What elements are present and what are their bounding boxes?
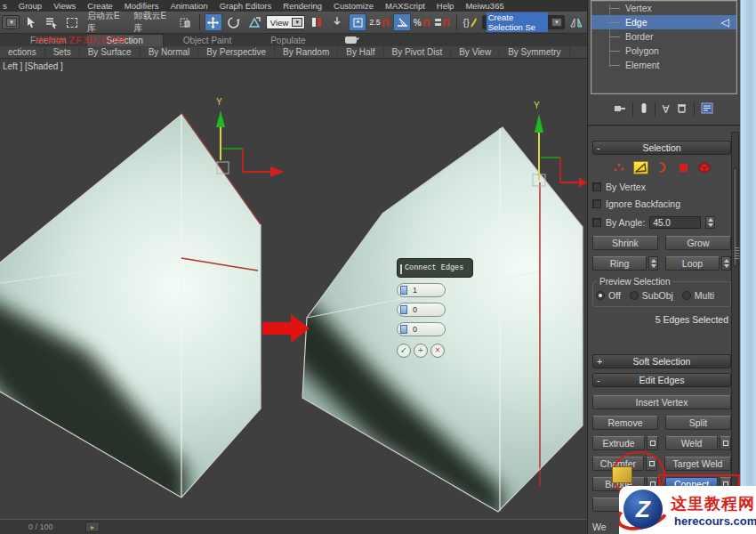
caddy-ok-button[interactable]: ✓ (397, 344, 411, 358)
spinner-snap-icon[interactable] (434, 13, 452, 31)
menu-item-animation[interactable]: Animation (170, 1, 207, 11)
ring-button[interactable]: Ring (592, 256, 647, 271)
cloud-library-unload-button[interactable]: 卸载云E库 (130, 10, 173, 35)
window-crossing-icon[interactable] (177, 13, 195, 31)
menu-item-graph-editors[interactable]: Graph Editors (220, 1, 272, 11)
use-pivot-point-icon[interactable] (308, 13, 326, 31)
select-by-name-icon[interactable] (43, 13, 60, 31)
ribbon-tool-by-perspective[interactable]: By Perspective (198, 47, 275, 57)
element-mode-icon[interactable] (697, 161, 712, 174)
menu-item-customize[interactable]: Customize (334, 1, 374, 11)
ignore-backfacing-checkbox[interactable] (592, 199, 601, 208)
preview-multi-radio[interactable] (682, 291, 691, 300)
ring-spinner[interactable] (648, 256, 658, 271)
stack-item-vertex[interactable]: Vertex (591, 1, 736, 15)
configure-modifier-sets-icon[interactable] (701, 101, 714, 117)
weld-settings-button[interactable] (720, 436, 731, 450)
stack-item-edge[interactable]: Edge ◁ (591, 15, 736, 29)
pinch-value[interactable]: 0 (413, 305, 417, 314)
menu-item-meiwu365[interactable]: Meiwu365 (465, 1, 503, 11)
stack-item-element[interactable]: Element (591, 58, 736, 72)
split-button[interactable]: Split (665, 416, 731, 430)
by-angle-checkbox[interactable] (592, 218, 601, 227)
extrude-settings-button[interactable] (647, 436, 658, 450)
ribbon-tool-by-normal[interactable]: By Normal (141, 47, 199, 57)
transform-gizmo-right[interactable]: Y (533, 101, 587, 188)
select-and-move-icon[interactable] (205, 13, 222, 31)
ribbon-tab-object-paint[interactable]: Object Paint (164, 34, 251, 46)
menu-item-rendering[interactable]: Rendering (283, 1, 322, 11)
caddy-field-segments[interactable]: 1 (397, 283, 446, 297)
menu-item-group[interactable]: Group (19, 1, 42, 11)
left-object[interactable] (0, 114, 261, 519)
caddy-field-pinch[interactable]: 0 (397, 303, 446, 317)
menu-item-views[interactable]: Views (53, 1, 76, 11)
target-weld-button[interactable]: Target Weld (664, 457, 731, 471)
snaps-toggle-icon[interactable] (328, 13, 346, 31)
ribbon-tab-selection[interactable]: Selection (86, 34, 164, 46)
remove-button[interactable]: Remove (592, 416, 658, 430)
border-mode-icon[interactable] (655, 161, 670, 174)
stack-item-border[interactable]: Border (591, 29, 736, 44)
transform-gizmo-left[interactable]: Y (216, 97, 285, 177)
caddy-apply-button[interactable]: + (414, 344, 428, 358)
ribbon-tool-by-random[interactable]: By Random (275, 47, 338, 57)
caddy-field-slide[interactable]: 0 (397, 322, 446, 336)
menu-item-clipped[interactable]: s (3, 1, 7, 11)
snap-25d-icon[interactable]: 2.5 (369, 13, 390, 31)
percent-snap-icon[interactable]: % (414, 13, 431, 31)
vertex-mode-icon[interactable] (612, 161, 627, 174)
stack-item-polygon[interactable]: Polygon (591, 44, 736, 58)
preview-off-radio[interactable] (596, 291, 605, 300)
reference-coordinate-dropdown[interactable]: View ▼ (266, 15, 305, 29)
by-vertex-checkbox[interactable] (592, 182, 601, 191)
ribbon-tool-by-half[interactable]: By Half (338, 47, 383, 57)
loop-button[interactable]: Loop (665, 256, 720, 271)
menu-item-help[interactable]: Help (437, 1, 454, 11)
select-and-scale-icon[interactable] (245, 13, 263, 31)
ribbon-tool-by-pivot-dist[interactable]: By Pivot Dist (384, 47, 452, 57)
cloud-library-launch-button[interactable]: 启动云E库 (84, 10, 127, 35)
extrude-button[interactable]: Extrude (592, 436, 645, 450)
viewport[interactable]: Left ] [Shaded ] (0, 59, 587, 519)
weld-button[interactable]: Weld (665, 436, 718, 450)
rollout-edit-edges[interactable]: - Edit Edges (592, 373, 731, 387)
slide-value[interactable]: 0 (413, 325, 417, 334)
ribbon-tool-by-symmetry[interactable]: By Symmetry (500, 47, 569, 57)
rectangular-selection-region-icon[interactable] (63, 13, 81, 31)
grow-button[interactable]: Grow (665, 236, 731, 250)
menu-item-maxscript[interactable]: MAXScript (385, 1, 425, 11)
select-and-rotate-icon[interactable] (225, 13, 243, 31)
angle-snap-icon[interactable] (393, 13, 411, 31)
ribbon-display-options-icon[interactable] (326, 34, 384, 46)
angle-value-field[interactable]: 45.0 (649, 216, 701, 229)
ribbon-tool-by-view[interactable]: By View (451, 47, 500, 57)
loop-spinner[interactable] (721, 256, 731, 271)
angle-spinner[interactable] (705, 216, 715, 229)
make-unique-icon[interactable]: ∀ (662, 103, 669, 116)
ribbon-tab-freeform[interactable]: Freeform (11, 34, 86, 46)
insert-vertex-button[interactable]: Insert Vertex (592, 395, 731, 409)
viewport-label[interactable]: Left ] [Shaded ] (3, 61, 63, 71)
ribbon-tool-sets[interactable]: Sets (45, 47, 80, 57)
use-selection-center-icon[interactable] (349, 13, 366, 31)
scrollbar-thumb[interactable] (733, 168, 737, 266)
segments-value[interactable]: 1 (413, 286, 417, 295)
edge-mode-icon[interactable] (633, 161, 648, 174)
ribbon-tool-ections[interactable]: ections (0, 47, 45, 57)
ribbon-tab-populate[interactable]: Populate (251, 34, 325, 46)
preview-subobj-radio[interactable] (630, 291, 639, 300)
ribbon-tool-by-surface[interactable]: By Surface (80, 47, 141, 57)
rollout-soft-selection[interactable]: + Soft Selection (592, 354, 731, 368)
mirror-icon[interactable] (567, 13, 585, 31)
named-selection-sets-icon[interactable]: {} (462, 13, 479, 31)
pin-stack-icon[interactable] (614, 101, 626, 117)
named-selection-set-dropdown[interactable]: Create Selection Se ▼ (482, 15, 565, 29)
remove-modifier-icon[interactable] (676, 101, 688, 117)
polygon-mode-icon[interactable] (676, 161, 691, 174)
shrink-button[interactable]: Shrink (592, 236, 658, 250)
select-object-icon[interactable] (22, 13, 40, 31)
rollout-selection[interactable]: - Selection (592, 141, 731, 155)
caddy-cancel-button[interactable]: × (430, 344, 445, 358)
next-frame-button[interactable]: ▸ (85, 522, 100, 532)
